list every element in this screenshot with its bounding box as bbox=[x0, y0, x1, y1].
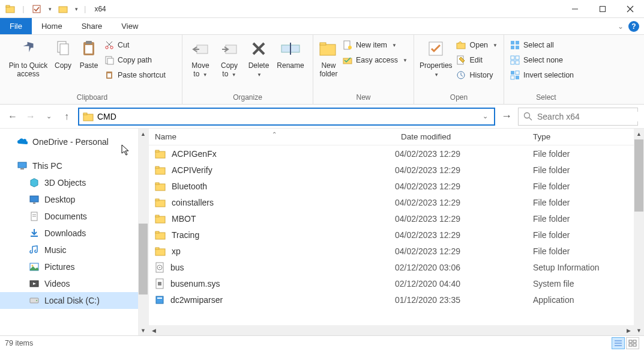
svg-rect-47 bbox=[516, 76, 519, 79]
column-header-date[interactable]: Date modified bbox=[395, 132, 527, 141]
tab-home[interactable]: Home bbox=[32, 18, 72, 34]
svg-rect-72 bbox=[155, 199, 159, 201]
title-dropdown-icon[interactable]: ▾ bbox=[71, 4, 82, 14]
tab-view[interactable]: View bbox=[112, 18, 148, 34]
copy-to-button[interactable]: Copy to ▼ bbox=[215, 37, 244, 79]
content-area: OneDrive - PersonalThis PC3D ObjectsDesk… bbox=[0, 129, 644, 335]
invert-selection-button[interactable]: Invert selection bbox=[510, 69, 574, 82]
tab-file[interactable]: File bbox=[0, 18, 32, 34]
file-row[interactable]: dc2wmiparser01/12/2020 23:35Application bbox=[149, 291, 644, 308]
address-input[interactable] bbox=[97, 112, 480, 121]
svg-point-61 bbox=[32, 265, 34, 267]
svg-rect-38 bbox=[511, 46, 514, 49]
file-row[interactable]: MBOT04/02/2023 12:29File folder bbox=[149, 210, 644, 227]
window-title: x64 bbox=[94, 5, 106, 13]
up-button[interactable]: ↑ bbox=[60, 108, 73, 125]
filepane-h-scrollbar[interactable]: ◀ ▶ bbox=[149, 325, 634, 335]
nav-item-3d-objects[interactable]: 3D Objects bbox=[0, 174, 148, 191]
scroll-thumb[interactable] bbox=[634, 139, 643, 212]
select-all-button[interactable]: Select all bbox=[510, 38, 574, 52]
navigation-pane: OneDrive - PersonalThis PC3D ObjectsDesk… bbox=[0, 129, 149, 335]
new-item-label: New item bbox=[356, 41, 387, 49]
go-button[interactable]: → bbox=[500, 108, 513, 125]
nav-item-onedrive-personal[interactable]: OneDrive - Personal bbox=[0, 133, 148, 150]
nav-item-this-pc[interactable]: This PC bbox=[0, 157, 148, 174]
column-header-type[interactable]: Type bbox=[527, 132, 644, 141]
scroll-up-icon[interactable]: ▲ bbox=[138, 129, 148, 139]
file-row[interactable]: coinstallers04/02/2023 12:29File folder bbox=[149, 194, 644, 210]
address-dropdown-icon[interactable]: ⌄ bbox=[480, 112, 490, 120]
nav-item-desktop[interactable]: Desktop bbox=[0, 191, 148, 208]
close-button[interactable] bbox=[616, 0, 644, 18]
new-item-button[interactable]: New item ▼ bbox=[343, 38, 408, 52]
pin-to-quick-access-button[interactable]: Pin to Quick access bbox=[6, 37, 50, 79]
tab-share[interactable]: Share bbox=[72, 18, 112, 34]
maximize-button[interactable] bbox=[589, 0, 616, 18]
search-box[interactable] bbox=[518, 108, 638, 126]
nav-item-label: Music bbox=[44, 245, 67, 255]
copy-path-label: Copy path bbox=[118, 56, 152, 64]
address-bar[interactable]: ⌄ bbox=[78, 108, 495, 126]
minimize-button[interactable] bbox=[561, 0, 589, 18]
nav-item-videos[interactable]: Videos bbox=[0, 275, 148, 292]
dropdown-icon: ▼ bbox=[257, 72, 262, 78]
nav-item-music[interactable]: Music bbox=[0, 242, 148, 258]
svg-rect-27 bbox=[320, 44, 336, 55]
file-row[interactable]: Bluetooth04/02/2023 12:29File folder bbox=[149, 178, 644, 194]
folder-icon bbox=[155, 214, 166, 224]
file-row[interactable]: bus02/12/2020 03:06Setup Information bbox=[149, 259, 644, 275]
move-to-button[interactable]: Move to ▼ bbox=[186, 37, 215, 79]
rename-button[interactable]: Rename bbox=[274, 37, 307, 71]
ribbon-collapse-icon[interactable]: ⌄ bbox=[618, 22, 624, 31]
filepane-v-scrollbar[interactable]: ▲ ▼ bbox=[634, 129, 644, 335]
file-row[interactable]: Tracing04/02/2023 12:29File folder bbox=[149, 227, 644, 243]
nav-item-label: Pictures bbox=[44, 262, 75, 272]
scroll-left-icon[interactable]: ◀ bbox=[149, 325, 159, 335]
paste-button[interactable]: Paste bbox=[76, 37, 102, 71]
nav-item-downloads[interactable]: Downloads bbox=[0, 225, 148, 242]
clipboard-group-label: Clipboard bbox=[6, 93, 178, 103]
recent-locations-button[interactable]: ⌄ bbox=[42, 108, 55, 125]
details-view-button[interactable] bbox=[612, 337, 625, 349]
dropdown-icon: ▼ bbox=[434, 72, 439, 78]
large-icons-view-button[interactable] bbox=[626, 337, 639, 349]
disk-icon bbox=[29, 295, 40, 306]
forward-button[interactable]: → bbox=[24, 108, 37, 125]
help-icon[interactable]: ? bbox=[628, 21, 639, 32]
copy-button[interactable]: Copy bbox=[50, 37, 76, 71]
new-folder-button[interactable]: New folder bbox=[317, 37, 340, 79]
column-header-name[interactable]: Name ⌃ bbox=[149, 132, 395, 141]
qat-dropdown-icon[interactable]: ▾ bbox=[44, 4, 55, 14]
copy-path-button[interactable]: Copy path bbox=[104, 53, 166, 67]
edit-button[interactable]: Edit bbox=[456, 53, 498, 67]
paste-shortcut-button[interactable]: Paste shortcut bbox=[104, 69, 166, 82]
search-input[interactable] bbox=[537, 112, 642, 121]
history-button[interactable]: History bbox=[456, 69, 498, 82]
nav-item-local-disk-c-[interactable]: Local Disk (C:) bbox=[0, 292, 148, 309]
nav-item-pictures[interactable]: Pictures bbox=[0, 258, 148, 275]
file-row[interactable]: ACPIVerify04/02/2023 12:29File folder bbox=[149, 162, 644, 178]
scroll-down-icon[interactable]: ▼ bbox=[634, 325, 644, 335]
navpane-scrollbar[interactable]: ▲ ▼ bbox=[138, 129, 148, 335]
properties-button[interactable]: Properties▼ bbox=[418, 37, 454, 79]
file-row[interactable]: ACPIGenFx04/02/2023 12:29File folder bbox=[149, 145, 644, 162]
easy-access-button[interactable]: Easy access ▼ bbox=[343, 53, 408, 67]
scroll-thumb[interactable] bbox=[139, 224, 148, 295]
file-row[interactable]: xp04/02/2023 12:29File folder bbox=[149, 243, 644, 259]
scroll-down-icon[interactable]: ▼ bbox=[138, 325, 148, 335]
properties-qat-icon[interactable] bbox=[31, 4, 42, 14]
nav-item-documents[interactable]: Documents bbox=[0, 208, 148, 225]
scroll-up-icon[interactable]: ▲ bbox=[634, 129, 644, 139]
cut-button[interactable]: Cut bbox=[104, 38, 166, 52]
delete-button[interactable]: Delete▼ bbox=[244, 37, 274, 79]
svg-point-30 bbox=[348, 46, 352, 49]
back-button[interactable]: ← bbox=[6, 108, 19, 125]
scroll-right-icon[interactable]: ▶ bbox=[624, 325, 634, 335]
pin-icon bbox=[18, 38, 38, 59]
select-none-button[interactable]: Select none bbox=[510, 53, 574, 67]
rename-icon bbox=[280, 38, 301, 59]
file-row[interactable]: busenum.sys02/12/2020 04:40System file bbox=[149, 275, 644, 291]
open-button[interactable]: Open ▼ bbox=[456, 38, 498, 52]
svg-rect-12 bbox=[85, 45, 92, 53]
ribbon-group-new: New folder New item ▼ Easy access ▼ New bbox=[313, 35, 414, 104]
